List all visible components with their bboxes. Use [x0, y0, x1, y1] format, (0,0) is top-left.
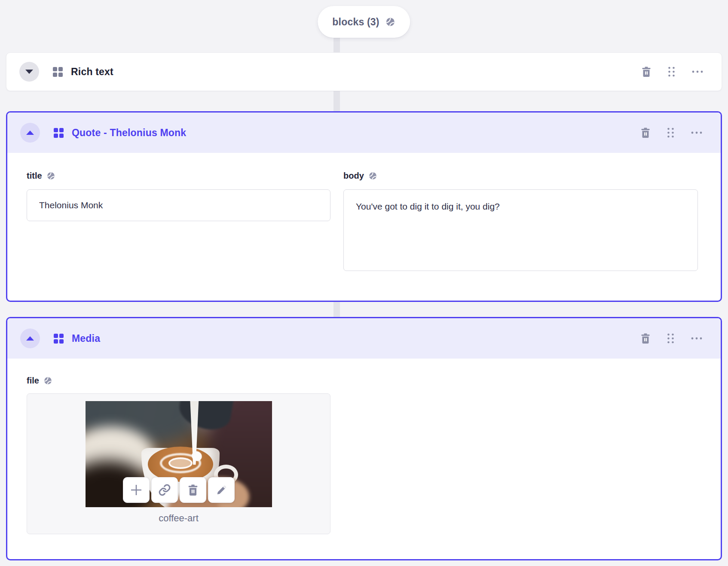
delete-block-button[interactable]: [640, 127, 651, 138]
file-name-caption: coffee-art: [159, 513, 199, 524]
block-content: title body You've got to dig it to dig i…: [7, 153, 721, 273]
link-media-button[interactable]: [151, 477, 178, 503]
collapse-toggle-button[interactable]: [20, 123, 40, 143]
field-title: title: [27, 171, 330, 273]
blocks-grid-icon: [54, 128, 64, 138]
more-options-button[interactable]: [691, 70, 704, 73]
block-title: Media: [72, 333, 100, 344]
drag-handle[interactable]: [667, 66, 676, 77]
trash-icon: [640, 127, 651, 138]
chevron-up-icon: [26, 131, 34, 135]
field-label: body: [343, 171, 364, 181]
field-body: body You've got to dig it to dig it, you…: [343, 171, 698, 273]
body-textarea[interactable]: You've got to dig it to dig it, you dig?: [343, 189, 698, 271]
collapse-toggle-button[interactable]: [20, 329, 40, 348]
block-quote: Quote - Thelonius Monk title: [6, 111, 722, 302]
ellipsis-icon: [691, 337, 703, 340]
delete-block-button[interactable]: [640, 333, 651, 344]
trash-icon: [641, 66, 652, 77]
delete-block-button[interactable]: [641, 66, 652, 77]
ellipsis-icon: [691, 131, 703, 134]
block-actions: [640, 333, 703, 344]
block-title: Quote - Thelonius Monk: [72, 127, 186, 139]
drag-handle-icon: [667, 127, 675, 138]
block-actions: [640, 127, 703, 138]
field-label-row: body: [343, 171, 698, 181]
more-options-button[interactable]: [691, 131, 703, 134]
globe-icon: [368, 171, 377, 180]
field-label: title: [27, 171, 42, 181]
blocks-array-pill-label: blocks (3): [332, 16, 379, 28]
edit-media-button[interactable]: [208, 477, 235, 503]
expand-toggle-button[interactable]: [19, 62, 39, 82]
pencil-icon: [215, 484, 227, 496]
globe-icon: [385, 17, 396, 27]
globe-icon: [46, 171, 55, 180]
blocks-grid-icon: [53, 67, 63, 77]
blocks-array-pill[interactable]: blocks (3): [318, 6, 410, 38]
connector-line: [333, 88, 340, 113]
media-preview-image: [86, 401, 272, 507]
block-content: file: [7, 359, 721, 534]
plus-icon: [130, 484, 143, 496]
field-label-row: file: [27, 376, 721, 386]
block-rich-text: Rich text: [6, 52, 722, 91]
block-actions: [641, 66, 704, 77]
drag-handle-icon: [667, 333, 675, 344]
block-title: Rich text: [71, 66, 113, 78]
blocks-grid-icon: [54, 334, 64, 344]
remove-media-button[interactable]: [180, 477, 206, 503]
block-header: Rich text: [6, 53, 722, 91]
ellipsis-icon: [691, 70, 704, 73]
blocks-editor: blocks (3) Rich text: [0, 0, 728, 566]
drag-handle[interactable]: [667, 333, 675, 344]
link-icon: [158, 484, 171, 496]
globe-icon: [43, 376, 52, 385]
more-options-button[interactable]: [691, 337, 703, 340]
media-toolbar: [123, 477, 235, 503]
trash-icon: [187, 484, 199, 496]
chevron-up-icon: [26, 336, 34, 341]
block-header: Quote - Thelonius Monk: [7, 113, 721, 153]
field-label-row: title: [27, 171, 330, 181]
block-header: Media: [7, 318, 721, 359]
file-field-box: coffee-art: [27, 393, 330, 534]
chevron-down-icon: [25, 70, 33, 74]
drag-handle-icon: [667, 66, 676, 77]
connector-line: [333, 300, 340, 319]
add-media-button[interactable]: [123, 477, 150, 503]
title-input[interactable]: [27, 189, 330, 221]
field-label: file: [27, 376, 39, 386]
drag-handle[interactable]: [667, 127, 675, 138]
block-media: Media file: [6, 317, 722, 560]
trash-icon: [640, 333, 651, 344]
